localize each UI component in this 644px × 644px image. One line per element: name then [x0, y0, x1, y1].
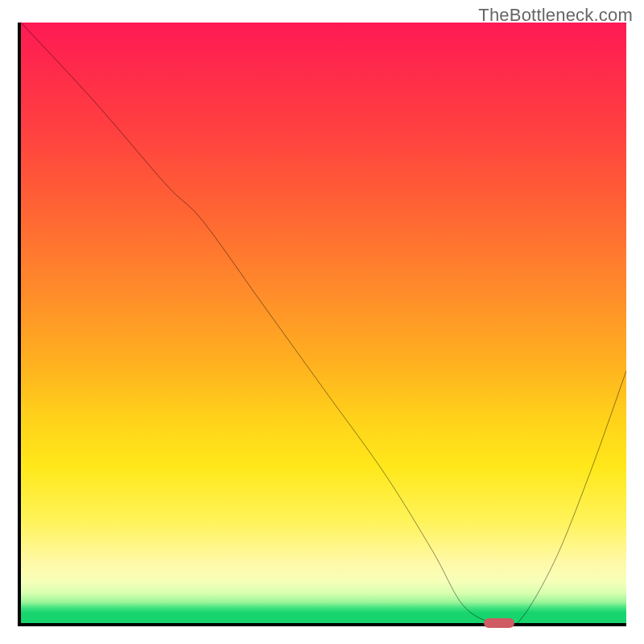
chart-frame: TheBottleneck.com [0, 0, 644, 644]
optimal-marker [484, 618, 514, 628]
plot-area [18, 23, 626, 626]
bottleneck-curve [21, 23, 626, 623]
